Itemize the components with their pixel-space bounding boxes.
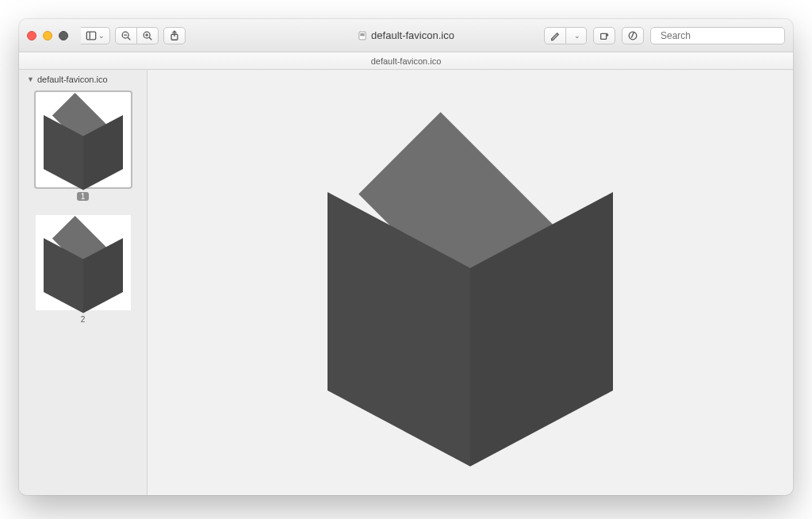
thumbnail-preview bbox=[36, 215, 131, 310]
window-controls bbox=[27, 31, 68, 40]
zoom-out-button[interactable] bbox=[115, 27, 137, 44]
document-name-bar: default-favicon.ico bbox=[19, 52, 793, 70]
document-name-text: default-favicon.ico bbox=[371, 56, 442, 66]
markup-toolbar-button[interactable] bbox=[622, 27, 644, 44]
search-input[interactable] bbox=[659, 29, 781, 42]
markup-toolbar-icon bbox=[627, 30, 638, 41]
cube-image bbox=[44, 219, 123, 306]
svg-rect-13 bbox=[601, 33, 607, 39]
sidebar-file-header[interactable]: ▼ default-favicon.ico bbox=[19, 70, 147, 89]
file-type-icon bbox=[358, 31, 367, 40]
thumbnail-preview bbox=[36, 92, 131, 187]
markup-menu-button[interactable]: ⌄ bbox=[566, 27, 587, 44]
window-title-text: default-favicon.ico bbox=[371, 29, 454, 41]
chevron-down-icon: ⌄ bbox=[574, 32, 580, 40]
pencil-icon bbox=[550, 30, 561, 41]
share-icon bbox=[169, 30, 180, 41]
thumbnail-label: 1 bbox=[77, 192, 90, 201]
zoom-out-icon bbox=[121, 30, 132, 41]
thumbnail-sidebar[interactable]: ▼ default-favicon.ico 1 bbox=[19, 70, 147, 495]
svg-line-6 bbox=[149, 37, 151, 40]
thumbnail-item[interactable]: 2 bbox=[36, 215, 131, 324]
zoom-window-button[interactable] bbox=[59, 31, 68, 40]
disclosure-triangle-icon[interactable]: ▼ bbox=[27, 75, 34, 83]
close-window-button[interactable] bbox=[27, 31, 36, 40]
toolbar-right: ⌄ bbox=[544, 27, 785, 44]
minimize-window-button[interactable] bbox=[43, 31, 52, 40]
sidebar-layout-icon bbox=[86, 30, 97, 41]
svg-rect-12 bbox=[360, 33, 364, 36]
thumbnail-item[interactable]: 1 bbox=[36, 92, 131, 201]
toolbar-left: ⌄ bbox=[81, 27, 186, 44]
svg-rect-0 bbox=[86, 32, 95, 40]
svg-rect-11 bbox=[359, 32, 366, 40]
thumbnail-label: 2 bbox=[81, 315, 86, 324]
view-mode-button[interactable]: ⌄ bbox=[81, 27, 110, 44]
thumbnail-list: 1 2 bbox=[19, 89, 147, 340]
window-body: ▼ default-favicon.ico 1 bbox=[19, 70, 793, 495]
share-button[interactable] bbox=[163, 27, 186, 44]
rotate-icon bbox=[599, 30, 610, 41]
rotate-button[interactable] bbox=[593, 27, 615, 44]
preview-window: ⌄ default-favicon.ico bbox=[19, 19, 793, 495]
chevron-down-icon: ⌄ bbox=[98, 32, 105, 40]
titlebar: ⌄ default-favicon.ico bbox=[19, 19, 793, 52]
svg-line-3 bbox=[128, 37, 130, 40]
search-field[interactable] bbox=[650, 27, 785, 44]
image-canvas[interactable] bbox=[147, 70, 793, 495]
zoom-in-icon bbox=[142, 30, 153, 41]
markup-button[interactable] bbox=[544, 27, 566, 44]
cube-image bbox=[44, 96, 123, 183]
zoom-in-button[interactable] bbox=[137, 27, 159, 44]
cube-image bbox=[327, 124, 613, 441]
sidebar-file-label: default-favicon.ico bbox=[37, 75, 108, 84]
